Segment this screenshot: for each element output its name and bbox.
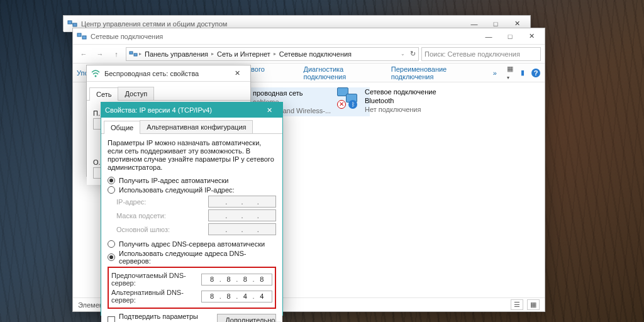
connections-icon — [77, 31, 87, 42]
ipv4-body: Параметры IP можно назначать автоматичес… — [101, 134, 282, 322]
breadcrumb[interactable]: ▸ Панель управления ▸ Сеть и Интернет ▸ … — [126, 47, 419, 61]
svg-rect-4 — [82, 36, 86, 39]
wifi-tabs: Сеть Доступ — [87, 84, 250, 101]
advanced-button[interactable]: Дополнительно... — [217, 314, 276, 322]
item-name: проводная сеть — [253, 89, 331, 97]
titlebar-connections: Сетевые подключения — □ ✕ — [73, 28, 545, 45]
radio-dns-auto[interactable]: Получить адрес DNS-сервера автоматически — [108, 240, 276, 248]
breadcrumb-icon — [129, 50, 138, 58]
bluetooth-connection-icon: ✕ ᛒ — [337, 87, 360, 108]
close-button[interactable]: ✕ — [258, 103, 280, 117]
chevron-down-icon[interactable]: ⌄ — [401, 51, 405, 57]
chk-validate[interactable]: Подтвердить параметры при выходе Дополни… — [108, 313, 276, 322]
svg-rect-6 — [134, 53, 137, 56]
item-name: Сетевое подключение Bluetooth — [365, 87, 453, 105]
field-dns2: Альтернативный DNS-сервер: 8. 8. 4. 4 — [111, 289, 272, 304]
view-large-icon[interactable]: ▦ — [527, 299, 540, 310]
bluetooth-icon: ᛒ — [348, 100, 357, 109]
status-text: Элемен — [78, 301, 103, 309]
cmd-more[interactable]: » — [493, 69, 497, 77]
minimize-button[interactable]: — — [478, 30, 499, 43]
forward-button[interactable]: → — [93, 47, 107, 61]
field-label: Альтернативный DNS-сервер: — [111, 289, 197, 304]
svg-rect-1 — [73, 23, 77, 26]
view-options-icon[interactable]: ▦ ▾ — [507, 65, 514, 80]
radio-ip-manual[interactable]: Использовать следующий IP-адрес: — [108, 186, 276, 194]
pane-options-icon[interactable]: ▮ — [521, 69, 525, 77]
title-text: Сетевые подключения — [91, 33, 478, 40]
radio-icon — [108, 253, 115, 261]
item-sub1: Нет подключения — [365, 105, 453, 114]
crumb-1[interactable]: Сеть и Интернет — [215, 50, 272, 58]
svg-rect-3 — [77, 33, 81, 36]
wifi-icon — [91, 69, 101, 79]
help-icon[interactable]: ? — [531, 68, 541, 78]
close-button[interactable]: ✕ — [226, 67, 248, 80]
field-gateway: Основной шлюз: ... — [116, 223, 276, 235]
dns-highlight-frame: Предпочитаемый DNS-сервер: 8. 8. 8. 8 Ал… — [108, 267, 276, 309]
close-button[interactable]: ✕ — [521, 30, 542, 43]
radio-ip-auto[interactable]: Получить IP-адрес автоматически — [108, 177, 276, 184]
field-label: Предпочитаемый DNS-сервер: — [111, 272, 197, 287]
tab-network[interactable]: Сеть — [89, 87, 118, 101]
tab-alt-config[interactable]: Альтернативная конфигурация — [140, 120, 253, 133]
search-input[interactable]: Поиск: Сетевые подключения — [421, 47, 541, 61]
radio-icon — [108, 177, 115, 184]
maximize-button[interactable]: □ — [499, 30, 521, 43]
search-placeholder: Поиск: Сетевые подключения — [425, 50, 520, 58]
radio-label: Использовать следующий IP-адрес: — [119, 186, 235, 194]
back-button[interactable]: ← — [77, 47, 91, 61]
titlebar-wifi-props: Беспроводная сеть: свойства ✕ — [87, 65, 250, 82]
dns2-input[interactable]: 8. 8. 4. 4 — [201, 291, 272, 303]
field-dns1: Предпочитаемый DNS-сервер: 8. 8. 8. 8 — [111, 272, 272, 287]
view-details-icon[interactable]: ☰ — [511, 299, 523, 310]
dns1-input[interactable]: 8. 8. 8. 8 — [201, 274, 272, 286]
radio-dns-manual[interactable]: Использовать следующие адреса DNS-сервер… — [108, 250, 276, 265]
up-button[interactable]: ↑ — [109, 47, 123, 61]
title-text: Беспроводная сеть: свойства — [104, 70, 226, 77]
svg-rect-5 — [130, 52, 133, 54]
chk-label: Подтвердить параметры при выходе — [119, 313, 209, 322]
field-mask: Маска подсети: ... — [116, 209, 276, 221]
title-text: Свойства: IP версии 4 (TCP/IPv4) — [105, 106, 258, 114]
item-bluetooth[interactable]: ✕ ᛒ Сетевое подключение Bluetooth Нет по… — [337, 87, 463, 114]
radio-label: Получить IP-адрес автоматически — [119, 177, 228, 184]
ip-input: ... — [208, 196, 276, 208]
radio-label: Использовать следующие адреса DNS-сервер… — [119, 250, 276, 265]
mask-input: ... — [208, 209, 276, 221]
refresh-icon[interactable]: ↻ — [410, 50, 416, 58]
tab-access[interactable]: Доступ — [118, 87, 154, 100]
crumb-2[interactable]: Сетевые подключения — [277, 50, 353, 58]
ipv4-description: Параметры IP можно назначать автоматичес… — [108, 139, 276, 172]
ipv4-tabs: Общие Альтернативная конфигурация — [101, 118, 282, 134]
svg-rect-0 — [68, 21, 72, 24]
dialog-ipv4-properties: Свойства: IP версии 4 (TCP/IPv4) ✕ Общие… — [101, 102, 283, 316]
disconnected-x-icon: ✕ — [337, 100, 346, 109]
field-label: IP-адрес: — [116, 198, 204, 206]
nav-toolbar: ← → ↑ ▸ Панель управления ▸ Сеть и Интер… — [73, 45, 545, 64]
checkbox-icon — [108, 316, 115, 322]
radio-icon — [108, 240, 115, 248]
svg-point-9 — [95, 75, 97, 77]
radio-icon — [108, 186, 115, 194]
title-text: Центр управления сетями и общим доступом — [81, 20, 464, 28]
tab-general[interactable]: Общие — [104, 121, 140, 134]
cmd-rename[interactable]: Переименование подключения — [391, 65, 483, 80]
crumb-0[interactable]: Панель управления — [143, 50, 210, 58]
field-label: Маска подсети: — [116, 212, 204, 219]
field-ip: IP-адрес: ... — [116, 196, 276, 208]
radio-label: Получить адрес DNS-сервера автоматически — [119, 240, 265, 248]
svg-text:?: ? — [534, 69, 538, 77]
field-label: Основной шлюз: — [116, 226, 204, 233]
gateway-input: ... — [208, 223, 276, 235]
titlebar-ipv4: Свойства: IP версии 4 (TCP/IPv4) ✕ — [101, 103, 282, 118]
cmd-diagnose[interactable]: Диагностика подключения — [303, 65, 380, 80]
